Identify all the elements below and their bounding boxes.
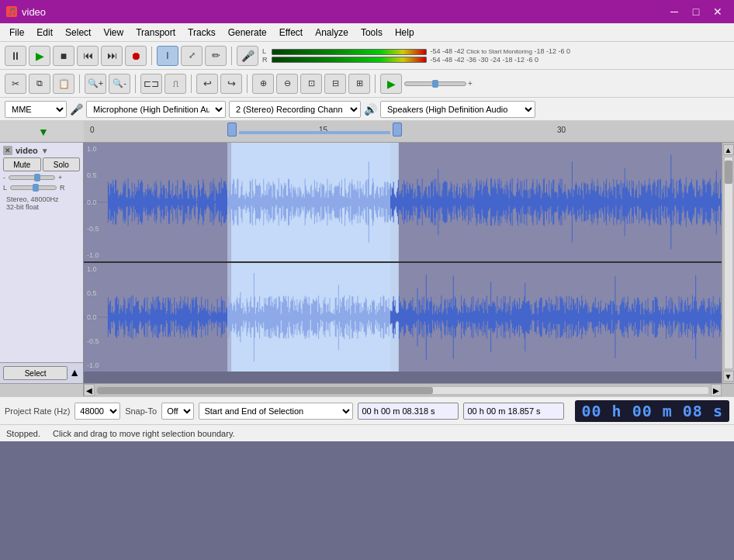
- pan-right-label: R: [60, 184, 65, 192]
- track-select-button[interactable]: Select: [3, 366, 68, 380]
- pan-slider[interactable]: [10, 185, 57, 190]
- h-scroll-thumb[interactable]: [97, 387, 433, 394]
- selection-bar[interactable]: [239, 131, 390, 134]
- menu-transport[interactable]: Transport: [130, 26, 182, 40]
- trim-button[interactable]: ⊏⊐: [140, 74, 162, 94]
- speaker-select[interactable]: Speakers (High Definition Audio: [380, 101, 535, 118]
- redo-button[interactable]: ↪: [220, 74, 242, 94]
- info-bar: Stopped. Click and drag to move right se…: [0, 424, 734, 441]
- selection-tool-button[interactable]: I: [157, 46, 178, 66]
- waveform-area[interactable]: 1.0 0.5 0.0 -0.5 -1.0 1.0 0.5 0.0 -0.5 -…: [84, 143, 722, 383]
- hint-label: Click and drag to move right selection b…: [53, 429, 235, 438]
- zoom-sel-button[interactable]: ⊟: [324, 74, 346, 94]
- mic-button[interactable]: 🎤: [237, 46, 258, 66]
- silence-button[interactable]: ⎍: [164, 74, 186, 94]
- speaker-icon: 🔊: [364, 103, 377, 116]
- zoom-fit-button[interactable]: 🔍+: [85, 74, 106, 94]
- menu-tools[interactable]: Tools: [355, 26, 389, 40]
- vu-scale: -54 -48 -42 Click to Start Monitoring -1…: [431, 47, 570, 64]
- track-header-video: ✕ video ▼ Mute Solo - + L: [0, 143, 83, 363]
- copy-button[interactable]: ⧉: [29, 74, 50, 94]
- mute-button[interactable]: Mute: [3, 157, 41, 171]
- menu-help[interactable]: Help: [389, 26, 421, 40]
- waveform-canvas-top: [84, 143, 722, 261]
- time-display: 00 h 00 m 08 s: [575, 400, 729, 422]
- menu-generate[interactable]: Generate: [222, 26, 273, 40]
- draw-tool-button[interactable]: ✏: [205, 46, 227, 66]
- pause-button[interactable]: ⏸: [5, 46, 26, 66]
- track-collapse-arrow[interactable]: ▲: [69, 366, 80, 380]
- audio-host-select[interactable]: MME: [5, 101, 67, 118]
- timeline-ruler[interactable]: ▼ 0 15 30: [0, 121, 734, 143]
- zoom-out-button[interactable]: 🔍-: [109, 74, 130, 94]
- menu-file[interactable]: File: [3, 26, 30, 40]
- maximize-button[interactable]: □: [686, 3, 706, 20]
- menu-edit[interactable]: Edit: [30, 26, 59, 40]
- selection-start-input[interactable]: [358, 403, 459, 420]
- title-bar: 🎵 video ─ □ ✕: [0, 0, 734, 23]
- mute-solo-controls: Mute Solo: [3, 157, 80, 171]
- scroll-up-button[interactable]: ▲: [723, 144, 734, 155]
- scroll-corner: [722, 384, 734, 396]
- pan-thumb[interactable]: [33, 184, 39, 192]
- minimize-button[interactable]: ─: [664, 3, 684, 20]
- timeline-bg: 0 15 30: [84, 121, 734, 142]
- project-rate-select[interactable]: 48000: [74, 403, 120, 420]
- zoom-fit2-button[interactable]: ⊡: [300, 74, 322, 94]
- track-close-button[interactable]: ✕: [3, 146, 12, 155]
- lr-indicator: L R: [262, 47, 268, 64]
- menu-effect[interactable]: Effect: [273, 26, 309, 40]
- menu-select[interactable]: Select: [59, 26, 97, 40]
- sep2: [231, 47, 232, 65]
- h-scroll-left[interactable]: ◀: [84, 384, 95, 396]
- v-scroll-track[interactable]: [724, 157, 733, 369]
- app-title: video: [22, 6, 46, 18]
- track-panel: ✕ video ▼ Mute Solo - + L: [0, 143, 84, 383]
- skip-end-button[interactable]: ⏭: [101, 46, 123, 66]
- timeline-scale[interactable]: 0 15 30: [84, 121, 734, 142]
- vertical-scrollbar[interactable]: ▲ ▼: [722, 143, 734, 383]
- stop-button[interactable]: ■: [53, 46, 74, 66]
- paste-button[interactable]: 📋: [53, 74, 74, 94]
- play-button[interactable]: ▶: [29, 46, 50, 66]
- sep5: [191, 74, 192, 93]
- skip-start-button[interactable]: ⏮: [77, 46, 99, 66]
- solo-button[interactable]: Solo: [43, 157, 81, 171]
- zoom-reset-button[interactable]: ⊞: [348, 74, 370, 94]
- undo-button[interactable]: ↩: [196, 74, 218, 94]
- sep3: [79, 74, 80, 93]
- h-scroll-right[interactable]: ▶: [711, 384, 722, 396]
- app-icon: 🎵: [6, 6, 17, 17]
- channels-select[interactable]: 2 (Stereo) Recording Chann: [229, 101, 361, 118]
- close-button[interactable]: ✕: [708, 3, 728, 20]
- v-scroll-thumb[interactable]: [725, 161, 732, 184]
- microphone-select[interactable]: Microphone (High Definition Aud: [86, 101, 226, 118]
- zoom-in-button[interactable]: ⊕: [252, 74, 274, 94]
- h-scroll-track[interactable]: [96, 386, 709, 395]
- cut-button[interactable]: ✂: [5, 74, 26, 94]
- selection-end-input[interactable]: [463, 403, 564, 420]
- track-dropdown-arrow[interactable]: ▼: [41, 147, 49, 155]
- toolbar-edit: ✂ ⧉ 📋 🔍+ 🔍- ⊏⊐ ⎍ ↩ ↪ ⊕ ⊖ ⊡ ⊟ ⊞ ▶ +: [0, 70, 734, 98]
- menu-tracks[interactable]: Tracks: [182, 26, 222, 40]
- snap-to-label: Snap-To: [125, 406, 157, 416]
- play-at-speed-button[interactable]: ▶: [380, 74, 402, 94]
- selection-end-handle[interactable]: [393, 123, 402, 137]
- selection-type-select[interactable]: Start and End of Selection: [199, 403, 353, 420]
- project-rate-label: Project Rate (Hz): [5, 406, 70, 416]
- sep6: [247, 74, 248, 93]
- status-bar: Project Rate (Hz) 48000 Snap-To Off Star…: [0, 396, 734, 424]
- zoom-out2-button[interactable]: ⊖: [276, 74, 298, 94]
- gain-thumb[interactable]: [34, 174, 40, 181]
- selection-start-handle[interactable]: [227, 123, 237, 137]
- envelope-tool-button[interactable]: ⤢: [181, 46, 203, 66]
- scroll-down-button[interactable]: ▼: [723, 371, 734, 382]
- gain-slider[interactable]: [9, 175, 55, 180]
- playback-speed-slider: +: [404, 79, 473, 88]
- track-select-row: Select ▲: [0, 363, 83, 383]
- snap-to-select[interactable]: Off: [161, 403, 194, 420]
- menu-view[interactable]: View: [97, 26, 130, 40]
- menu-analyze[interactable]: Analyze: [309, 26, 355, 40]
- sep1: [151, 47, 152, 65]
- record-button[interactable]: ⏺: [125, 46, 147, 66]
